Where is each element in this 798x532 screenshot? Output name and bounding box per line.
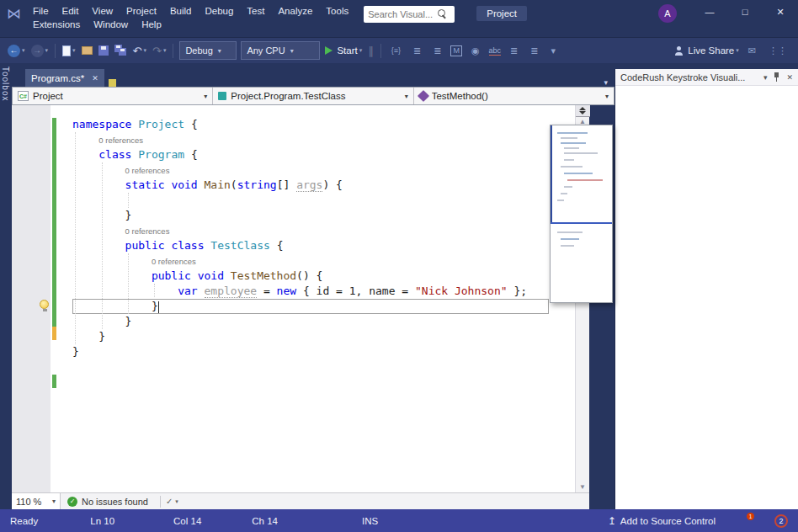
navigate-forward-button[interactable]: → [29,40,51,61]
visual-studio-logo-icon: ⋈ [7,5,21,23]
glyph-margin[interactable] [12,105,51,492]
menu-debug[interactable]: Debug [198,4,240,18]
code-token: ) { [322,178,342,191]
spell-check-button[interactable]: abc [487,40,504,61]
format-document-button[interactable]: ≣ [524,40,544,61]
live-share-button[interactable]: Live Share [672,40,742,61]
menu-extensions[interactable]: Extensions [26,18,87,31]
project-dropdown[interactable]: C# Project [13,88,213,104]
codelens-references[interactable]: 0 references [98,136,143,145]
toolbar-overflow-button[interactable]: ▾ [545,40,561,61]
document-list-chevron-icon[interactable]: ▾ [604,78,608,87]
menu-test[interactable]: Test [240,4,271,18]
zoom-dropdown[interactable]: 110 % [12,493,61,509]
add-to-source-control-button[interactable]: ↥ Add to Source Control [608,515,716,527]
code-map-preview[interactable] [550,125,613,303]
code-line[interactable]: class Program { [72,147,575,162]
member-dropdown[interactable]: TestMethod() [414,88,614,104]
code-line[interactable]: static void Main(string[] args) { [72,178,575,193]
code-line[interactable] [72,193,575,208]
code-token: } [72,345,79,358]
search-input[interactable] [368,9,437,19]
code-token: "Nick Johnson" [415,285,508,297]
tab-close-icon[interactable] [92,74,98,82]
save-all-button[interactable] [112,40,130,61]
status-line-number[interactable]: Ln 10 [90,516,114,526]
codelens-indicator[interactable]: 0 references [72,132,575,147]
status-column-number[interactable]: Col 14 [173,516,201,526]
status-insert-mode[interactable]: INS [362,516,378,526]
code-line[interactable]: } [72,344,575,359]
account-avatar[interactable]: A [658,4,677,23]
code-editor[interactable]: namespace Project {0 referencesclass Pro… [12,105,575,492]
open-file-button[interactable] [79,40,95,61]
menu-view[interactable]: View [85,4,120,18]
scroll-down-icon[interactable]: ▼ [579,482,586,492]
minimap-line [561,166,583,168]
send-feedback-button[interactable]: ✉ [742,40,762,61]
navigate-bookmarks-button[interactable]: ◉ [466,40,486,61]
panel-close-icon[interactable] [786,73,793,82]
panel-menu-chevron-icon[interactable]: ▾ [763,73,768,82]
codelens-references[interactable]: 0 references [125,166,170,175]
codelens-indicator[interactable]: 0 references [72,162,575,178]
find-in-files-button[interactable]: {≡} [386,40,407,61]
bookmark-button[interactable]: M [448,40,465,61]
maximize-button[interactable]: □ [727,0,763,24]
code-line[interactable]: namespace Project { [72,117,575,132]
split-window-grip[interactable] [576,105,590,117]
menu-file[interactable]: File [26,4,56,18]
codelens-references[interactable]: 0 references [125,226,170,236]
codelens-indicator[interactable]: 0 references [72,253,575,269]
code-line[interactable]: } [72,208,575,223]
codelens-indicator[interactable]: 0 references [72,223,575,238]
new-file-button[interactable] [60,40,78,61]
code-line[interactable]: public void TestMethod() { [72,269,575,284]
feedback-badge[interactable]: 2 [774,514,788,528]
code-line[interactable]: var employee = new { id = 1, name = "Nic… [72,284,575,299]
navigate-back-button[interactable]: ← [5,40,28,61]
comment-button[interactable]: ≣ [407,40,427,61]
lightbulb-icon[interactable] [40,300,50,312]
menu-window[interactable]: Window [87,18,135,31]
toolbox-tab[interactable]: Toolbox [0,63,12,509]
menu-edit[interactable]: Edit [56,4,86,18]
code-line[interactable]: } [72,299,549,314]
start-debug-button[interactable]: Start [322,40,364,61]
menu-analyze[interactable]: Analyze [271,4,319,18]
code-line[interactable]: public class TestClass { [72,238,575,253]
search-box[interactable] [364,6,455,23]
pin-icon[interactable] [773,72,780,82]
sort-lines-button[interactable]: ≣ [504,40,524,61]
code-token: }; [508,285,527,297]
code-line[interactable]: } [72,314,575,329]
close-button[interactable]: ✕ [763,0,798,24]
menu-project[interactable]: Project [120,4,163,18]
code-line[interactable]: } [72,329,575,344]
undo-button[interactable]: ↶ [130,40,149,61]
document-health-indicator[interactable]: ✓ No issues found [61,497,155,507]
debug-target-dropdown[interactable]: Debug [179,41,237,60]
code-lines[interactable]: namespace Project {0 referencesclass Pro… [59,105,575,492]
notifications-button[interactable]: 1 [739,516,749,525]
minimize-button[interactable]: — [692,0,727,24]
tab-program-cs[interactable]: Program.cs* [25,69,104,87]
type-dropdown[interactable]: Project.Program.TestClass [213,88,413,104]
status-character-number[interactable]: Ch 14 [252,516,278,526]
magnifier-icon [437,9,447,19]
redo-button[interactable]: ↷ [150,40,168,61]
codelens-references[interactable]: 0 references [152,257,196,266]
uncomment-button[interactable]: ≣ [428,40,447,61]
toolbar-options-button[interactable]: ⋮⋮ [763,40,793,61]
code-cleanup-button[interactable]: ✓ [166,497,178,506]
menu-help[interactable]: Help [135,18,168,31]
menu-row-2: ExtensionsWindowHelp [26,18,355,31]
footer-separator [160,496,161,508]
menu-tools[interactable]: Tools [319,4,355,18]
save-button[interactable] [96,40,111,61]
platform-dropdown[interactable]: Any CPU [241,41,320,60]
hot-reload-button[interactable]: ∥ [365,40,376,61]
menu-build[interactable]: Build [163,4,199,18]
menu-row-1: FileEditViewProjectBuildDebugTestAnalyze… [26,4,355,18]
panel-header[interactable]: CodeRush Keystroke Visuali... ▾ [615,69,798,86]
